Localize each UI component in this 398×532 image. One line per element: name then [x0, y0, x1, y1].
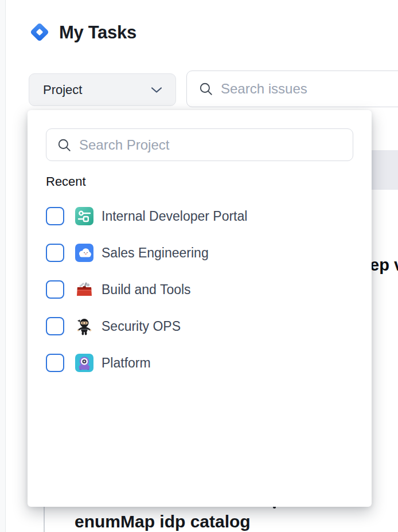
search-project-input[interactable] [79, 137, 353, 153]
background-text-fragment-bottom: enumMap idp catalog [75, 512, 251, 531]
pipeline-tile-icon [75, 207, 93, 225]
page-title: My Tasks [59, 22, 136, 43]
left-rail [0, 0, 6, 532]
project-option-label: Internal Developer Portal [102, 209, 247, 224]
search-issues-field[interactable] [186, 71, 398, 107]
page: My Tasks Project ep v enumMap idp catalo… [0, 0, 398, 532]
project-checkbox[interactable] [46, 280, 64, 299]
chevron-down-icon [151, 85, 162, 95]
project-checkbox[interactable] [46, 244, 64, 262]
project-checkbox[interactable] [46, 317, 64, 335]
search-issues-input[interactable] [221, 81, 398, 97]
project-option-platform[interactable]: Platform [46, 353, 353, 373]
jira-logo-icon [27, 19, 52, 45]
project-checkbox[interactable] [46, 207, 64, 225]
project-option-label: Sales Engineering [102, 245, 209, 261]
project-option-label: Build and Tools [102, 282, 191, 298]
search-icon [57, 138, 72, 152]
project-filter-button[interactable]: Project [29, 73, 176, 106]
project-option-label: Security OPS [102, 319, 181, 334]
project-option-label: Platform [102, 355, 151, 371]
project-option-security-ops[interactable]: Security OPS [46, 316, 353, 336]
project-filter-label: Project [43, 83, 82, 97]
project-option-sales-engineering[interactable]: Sales Engineering [46, 243, 353, 263]
toolbox-icon [75, 280, 93, 299]
project-option-build-and-tools[interactable]: Build and Tools [46, 280, 353, 299]
background-row-fragment [372, 150, 398, 190]
alien-tile-icon [75, 354, 93, 372]
project-checkbox[interactable] [46, 354, 64, 372]
cloud-face-tile-icon [75, 244, 93, 262]
search-project-field[interactable] [46, 128, 353, 161]
ninja-icon [75, 317, 93, 335]
project-dropdown-panel: Recent [28, 110, 372, 507]
project-option-internal-developer-portal[interactable]: Internal Developer Portal [46, 206, 353, 226]
recent-section-label: Recent [46, 174, 86, 189]
background-divider-fragment [44, 507, 45, 532]
background-text-fragment-right: ep v [370, 256, 398, 275]
search-icon [198, 81, 213, 96]
